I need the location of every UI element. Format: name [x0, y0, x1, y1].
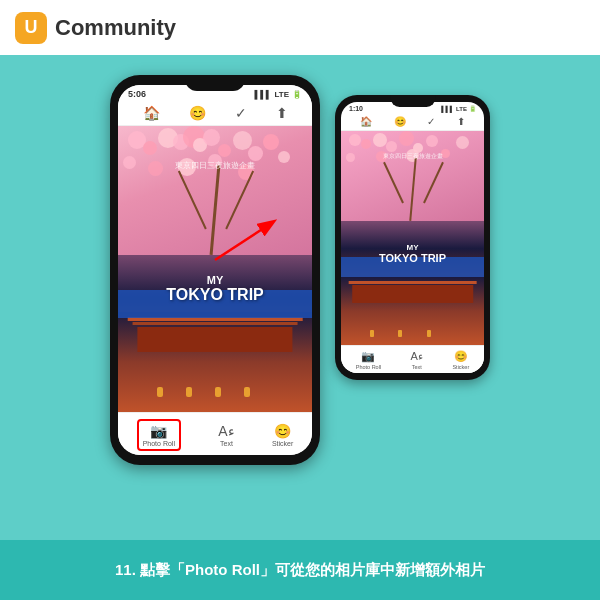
small-sticker-button[interactable]: 😊 Sticker — [452, 350, 469, 370]
small-phone-overlay-text: MY TOKYO TRIP — [341, 243, 484, 264]
small-phone-nav-bar: 🏠 😊 ✓ ⬆ — [341, 113, 484, 131]
small-check-icon[interactable]: ✓ — [427, 116, 435, 127]
logo-icon: U — [15, 12, 47, 44]
check-icon[interactable]: ✓ — [235, 105, 247, 121]
small-phone-jp-text: 東京四日三夜旅遊企畫 — [341, 152, 484, 161]
big-phone-time: 5:06 — [128, 89, 146, 99]
text-button[interactable]: Aء Text — [218, 423, 234, 447]
main-content: 5:06 ▌▌▌ LTE 🔋 🏠 😊 ✓ ⬆ — [0, 55, 600, 600]
red-arrow — [205, 210, 285, 270]
small-phone-content: 東京四日三夜旅遊企畫 MY TOKYO TRIP — [341, 131, 484, 345]
big-phone-overlay-text: MY TOKYO TRIP — [118, 274, 312, 304]
sticker-icon: 😊 — [274, 423, 291, 439]
small-sticker-icon: 😊 — [454, 350, 468, 363]
big-phone-screen: 5:06 ▌▌▌ LTE 🔋 🏠 😊 ✓ ⬆ — [118, 85, 312, 455]
home-icon[interactable]: 🏠 — [143, 105, 160, 121]
small-text-button[interactable]: Aء Text — [411, 350, 423, 370]
photo-roll-icon: 📷 — [150, 423, 167, 439]
big-phone-toolbar: 📷 Photo Roll Aء Text 😊 Sticker — [118, 412, 312, 455]
small-phone-status-icons: ▌▌▌ LTE 🔋 — [441, 105, 476, 112]
small-text-icon: Aء — [411, 350, 423, 363]
small-phone-toolbar: 📷 Photo Roll Aء Text 😊 Sticker — [341, 345, 484, 373]
share-icon[interactable]: ⬆ — [276, 105, 288, 121]
small-photo-roll-button[interactable]: 📷 Photo Roll — [356, 350, 381, 370]
big-phone-temple — [118, 312, 312, 412]
small-phone: 1:10 ▌▌▌ LTE 🔋 🏠 😊 ✓ ⬆ — [335, 95, 490, 380]
small-photo-roll-icon: 📷 — [361, 350, 375, 363]
phones-container: 5:06 ▌▌▌ LTE 🔋 🏠 😊 ✓ ⬆ — [10, 75, 590, 465]
caption-text: 11. 點擊「Photo Roll」可從您的相片庫中新增額外相片 — [115, 561, 485, 580]
small-phone-notch — [390, 95, 435, 107]
small-phone-time: 1:10 — [349, 105, 363, 112]
header: U Community — [0, 0, 600, 55]
big-phone-jp-text: 東京四日三夜旅遊企畫 — [118, 160, 312, 171]
svg-line-1 — [215, 222, 273, 260]
big-phone-nav-bar: 🏠 😊 ✓ ⬆ — [118, 101, 312, 126]
small-share-icon[interactable]: ⬆ — [457, 116, 465, 127]
small-phone-screen: 1:10 ▌▌▌ LTE 🔋 🏠 😊 ✓ ⬆ — [341, 102, 484, 373]
big-phone: 5:06 ▌▌▌ LTE 🔋 🏠 😊 ✓ ⬆ — [110, 75, 320, 465]
sticker-button[interactable]: 😊 Sticker — [272, 423, 293, 447]
text-icon: Aء — [218, 423, 234, 439]
small-home-icon[interactable]: 🏠 — [360, 116, 372, 127]
caption-bar: 11. 點擊「Photo Roll」可從您的相片庫中新增額外相片 — [0, 540, 600, 600]
big-phone-notch — [185, 75, 245, 91]
small-phone-image: 東京四日三夜旅遊企畫 MY TOKYO TRIP — [341, 131, 484, 345]
photo-roll-button[interactable]: 📷 Photo Roll — [137, 419, 181, 451]
small-face-icon[interactable]: 😊 — [394, 116, 406, 127]
app-title: Community — [55, 15, 176, 41]
big-phone-status-icons: ▌▌▌ LTE 🔋 — [254, 90, 302, 99]
face-icon[interactable]: 😊 — [189, 105, 206, 121]
